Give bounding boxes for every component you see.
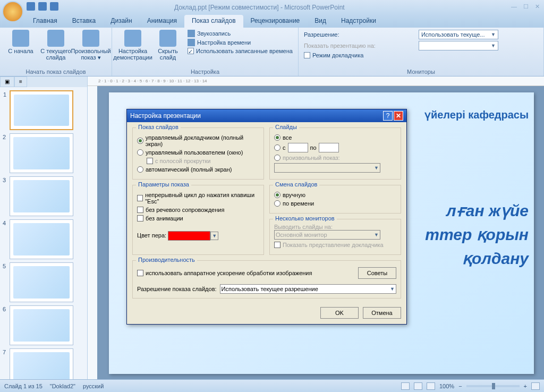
show-type-group: Показ слайдов управляемый докладчиком (п… xyxy=(132,127,264,180)
chevron-down-icon: ▼ xyxy=(390,286,395,292)
to-spinner[interactable] xyxy=(319,143,339,152)
zoom-out-button[interactable]: − xyxy=(458,383,462,389)
slide-thumb-1[interactable]: 1 xyxy=(10,90,73,130)
tab-insert[interactable]: Вставка xyxy=(65,15,104,28)
from-current-button[interactable]: С текущего слайда xyxy=(40,30,71,61)
show-type-presenter-radio[interactable]: управляемый докладчиком (полный экран) xyxy=(137,134,259,147)
record-narration-button[interactable]: Звукозапись xyxy=(188,30,293,37)
ok-button[interactable]: OK xyxy=(320,307,359,319)
setup-show-button[interactable]: Настройка демонстрации xyxy=(117,30,148,61)
hide-slide-button[interactable]: Скрыть слайд xyxy=(152,30,183,61)
zoom-in-button[interactable]: + xyxy=(524,383,527,389)
custom-show-button[interactable]: Произвольный показ ▾ xyxy=(75,30,106,61)
chevron-down-icon: ▼ xyxy=(491,43,496,48)
pen-color-picker[interactable] xyxy=(168,231,210,241)
undo-icon[interactable] xyxy=(38,2,47,11)
group-label: Начать показ слайдов xyxy=(5,69,106,75)
cancel-button[interactable]: Отмена xyxy=(363,307,401,319)
presenter-view-checkbox[interactable]: Режим докладчика xyxy=(304,52,538,58)
display-on-select: Основной монитор▼ xyxy=(274,230,380,240)
slide-thumbnail-panel: ▣ ≡ 1 2 3 4 5 6 7 xyxy=(0,76,88,379)
custom-show-icon xyxy=(82,30,99,47)
performance-group: Производительность использовать аппаратн… xyxy=(132,260,401,299)
setup-show-dialog: Настройка презентации ? ✕ Показ слайдов … xyxy=(126,109,407,325)
maximize-icon[interactable]: ☐ xyxy=(523,3,529,10)
checkbox-icon xyxy=(137,207,143,213)
quick-access-toolbar xyxy=(27,2,58,11)
use-timings-checkbox[interactable]: ✓Использовать записанные времена xyxy=(188,48,293,54)
slides-all-radio[interactable]: все xyxy=(274,134,396,141)
group-label: Настройка xyxy=(117,69,293,75)
tab-view[interactable]: Вид xyxy=(307,15,334,28)
no-animation-checkbox[interactable]: без анимации xyxy=(137,215,259,221)
chevron-down-icon: ▼ xyxy=(374,232,379,237)
redo-icon[interactable] xyxy=(50,2,58,11)
title-bar: Доклад.ppt [Режим совместимости] - Micro… xyxy=(0,0,544,15)
tab-addins[interactable]: Надстройки xyxy=(334,15,384,28)
slides-tab[interactable]: ▣ xyxy=(0,76,14,87)
tab-slideshow[interactable]: Показ слайдов xyxy=(184,15,243,28)
status-bar: Слайд 1 из 15 "Doklad2" русский 100% − + xyxy=(0,379,544,392)
slide-thumb-7[interactable]: 7 xyxy=(10,348,73,379)
slides-from-radio[interactable]: с по xyxy=(274,143,396,152)
zoom-slider[interactable] xyxy=(466,385,520,387)
save-icon[interactable] xyxy=(27,2,35,11)
from-beginning-button[interactable]: С начала xyxy=(5,30,36,61)
resolution-label: Разрешение: xyxy=(304,31,415,38)
slide-body-text: лған жүйеттер қорынқолдану xyxy=(425,199,529,270)
slide-thumb-6[interactable]: 6 xyxy=(10,305,73,345)
tab-animation[interactable]: Анимация xyxy=(140,15,184,28)
language-indicator[interactable]: русский xyxy=(83,383,104,389)
close-icon[interactable]: ✕ xyxy=(535,3,540,10)
tab-design[interactable]: Дизайн xyxy=(103,15,139,28)
from-spinner[interactable] xyxy=(288,143,308,152)
office-button[interactable] xyxy=(2,1,23,22)
loop-checkbox[interactable]: непрерывный цикл до нажатия клавиши "Esc… xyxy=(137,192,259,204)
zoom-value: 100% xyxy=(439,383,454,389)
checkbox-icon xyxy=(137,195,143,201)
checkbox-icon xyxy=(304,52,310,58)
slide-thumb-5[interactable]: 5 xyxy=(10,262,73,302)
normal-view-button[interactable] xyxy=(401,382,410,390)
tab-home[interactable]: Главная xyxy=(26,15,65,28)
slideshow-resolution-select[interactable]: Использовать текущее разрешение▼ xyxy=(220,284,396,294)
advance-manual-radio[interactable]: вручную xyxy=(274,192,396,198)
checkbox-icon xyxy=(274,242,280,248)
minimize-icon[interactable]: — xyxy=(511,3,517,10)
dialog-close-button[interactable]: ✕ xyxy=(394,111,403,121)
advance-timings-radio[interactable]: по времени xyxy=(274,200,396,207)
window-title: Доклад.ppt [Режим совместимости] - Micro… xyxy=(174,4,345,11)
radio-icon xyxy=(274,144,280,151)
dialog-titlebar[interactable]: Настройка презентации ? ✕ xyxy=(127,109,406,122)
ribbon: С начала С текущего слайда Произвольный … xyxy=(0,28,544,76)
tips-button[interactable]: Советы xyxy=(358,267,396,279)
radio-icon xyxy=(274,200,280,207)
group-setup: Настройка демонстрации Скрыть слайд Звук… xyxy=(112,28,299,76)
fit-window-button[interactable] xyxy=(531,382,540,390)
resolution-combo[interactable]: Использовать текуще...▼ xyxy=(419,30,498,39)
slide-header-text: үйелері кафедрасы xyxy=(424,108,529,121)
radio-icon xyxy=(274,134,280,141)
show-type-kiosk-radio[interactable]: автоматический (полный экран) xyxy=(137,166,259,173)
rehearse-timings-button[interactable]: Настройка времени xyxy=(188,39,293,46)
setup-icon xyxy=(124,30,141,47)
hide-slide-icon xyxy=(159,30,176,47)
slideshow-view-button[interactable] xyxy=(427,382,435,390)
slide-thumb-2[interactable]: 2 xyxy=(10,133,73,173)
slide-thumb-4[interactable]: 4 xyxy=(10,219,73,259)
no-narration-checkbox[interactable]: без речевого сопровождения xyxy=(137,207,259,213)
radio-icon xyxy=(137,166,143,173)
radio-icon xyxy=(274,155,280,161)
tab-review[interactable]: Рецензирование xyxy=(243,15,308,28)
play-icon xyxy=(12,30,29,47)
slide-thumb-3[interactable]: 3 xyxy=(10,176,73,216)
radio-icon xyxy=(274,192,280,198)
dialog-title-text: Настройка презентации xyxy=(130,112,201,120)
hardware-accel-checkbox[interactable]: использовать аппаратное ускорение обрабо… xyxy=(137,267,396,279)
dialog-help-button[interactable]: ? xyxy=(383,111,393,121)
chevron-down-icon[interactable]: ▼ xyxy=(210,232,218,240)
outline-tab[interactable]: ≡ xyxy=(14,76,27,87)
show-type-browsed-radio[interactable]: управляемый пользователем (окно) xyxy=(137,149,259,156)
sorter-view-button[interactable] xyxy=(414,382,422,390)
checkbox-icon xyxy=(137,215,143,221)
